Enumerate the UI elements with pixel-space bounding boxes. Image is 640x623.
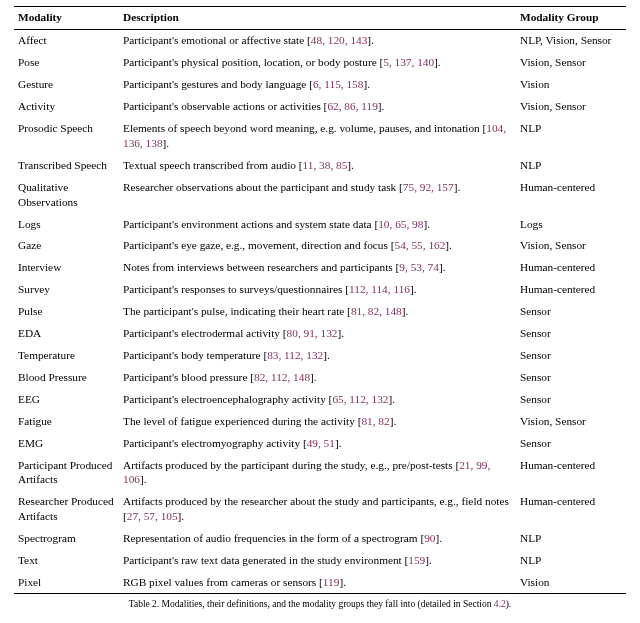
modalities-table: Modality Description Modality Group Affe… <box>14 6 626 594</box>
description-text-post: ]. <box>388 393 395 405</box>
citation-link[interactable]: 81, 82 <box>361 415 389 427</box>
citation-link[interactable]: 83, 112, 132 <box>267 349 323 361</box>
cell-modality: Pulse <box>14 301 119 323</box>
table-row: PixelRGB pixel values from cameras or se… <box>14 571 626 593</box>
citation-link[interactable]: 48, 120, 143 <box>311 34 367 46</box>
table-caption: Table 2. Modalities, their definitions, … <box>14 594 626 611</box>
citation-link[interactable]: 11, 38, 85 <box>303 159 348 171</box>
citation-link[interactable]: 81, 82, 148 <box>351 305 402 317</box>
description-text-post: ]. <box>323 349 330 361</box>
cell-group: Logs <box>516 213 626 235</box>
citation-link[interactable]: 62, 86, 119 <box>327 100 377 112</box>
description-text: RGB pixel values from cameras or sensors… <box>123 576 323 588</box>
description-text-post: ]. <box>445 239 452 251</box>
description-text: Artifacts produced by the participant du… <box>123 459 459 471</box>
cell-group: Vision, Sensor <box>516 410 626 432</box>
cell-group: NLP, Vision, Sensor <box>516 29 626 51</box>
cell-group: NLP <box>516 550 626 572</box>
cell-modality: Survey <box>14 279 119 301</box>
citation-link[interactable]: 49, 51 <box>307 437 335 449</box>
citation-link[interactable]: 159 <box>408 554 425 566</box>
citation-link[interactable]: 9, 53, 74 <box>399 261 439 273</box>
cell-group: Sensor <box>516 323 626 345</box>
description-text-post: ]. <box>454 181 461 193</box>
cell-description: Participant's physical position, locatio… <box>119 52 516 74</box>
citation-link[interactable]: 80, 91, 132 <box>287 327 338 339</box>
cell-group: Human-centered <box>516 257 626 279</box>
cell-group: Sensor <box>516 345 626 367</box>
cell-description: Textual speech transcribed from audio [1… <box>119 154 516 176</box>
description-text-post: ]. <box>178 510 185 522</box>
cell-description: Participant's responses to surveys/quest… <box>119 279 516 301</box>
cell-description: Notes from interviews between researcher… <box>119 257 516 279</box>
cell-group: Sensor <box>516 366 626 388</box>
cell-modality: Affect <box>14 29 119 51</box>
cell-group: Vision, Sensor <box>516 52 626 74</box>
table-body: AffectParticipant's emotional or affecti… <box>14 29 626 593</box>
cell-description: Artifacts produced by the participant du… <box>119 454 516 491</box>
description-text: Participant's responses to surveys/quest… <box>123 283 349 295</box>
caption-text-pre: Table 2. Modalities, their definitions, … <box>129 599 494 609</box>
cell-description: Participant's electromyography activity … <box>119 432 516 454</box>
cell-modality: Participant Produced Artifacts <box>14 454 119 491</box>
cell-description: Participant's raw text data generated in… <box>119 550 516 572</box>
citation-link[interactable]: 119 <box>323 576 340 588</box>
description-text-post: ]. <box>310 371 317 383</box>
table-row: AffectParticipant's emotional or affecti… <box>14 29 626 51</box>
description-text: The participant's pulse, indicating thei… <box>123 305 351 317</box>
cell-modality: Transcribed Speech <box>14 154 119 176</box>
citation-link[interactable]: 82, 112, 148 <box>254 371 310 383</box>
cell-description: The participant's pulse, indicating thei… <box>119 301 516 323</box>
cell-modality: Text <box>14 550 119 572</box>
cell-group: Vision <box>516 571 626 593</box>
cell-group: Human-centered <box>516 176 626 213</box>
description-text: Participant's gestures and body language… <box>123 78 313 90</box>
description-text: Participant's physical position, locatio… <box>123 56 383 68</box>
table-row: TemperatureParticipant's body temperatur… <box>14 345 626 367</box>
cell-group: Vision <box>516 74 626 96</box>
table-row: PoseParticipant's physical position, loc… <box>14 52 626 74</box>
table-row: EEGParticipant's electroencephalography … <box>14 388 626 410</box>
description-text: Participant's electromyography activity … <box>123 437 307 449</box>
description-text: Participant's electroencephalography act… <box>123 393 332 405</box>
description-text-post: ]. <box>439 261 446 273</box>
cell-modality: Spectrogram <box>14 528 119 550</box>
description-text-post: ]. <box>423 218 430 230</box>
description-text: The level of fatigue experienced during … <box>123 415 361 427</box>
description-text-post: ]. <box>337 327 344 339</box>
cell-group: Vision, Sensor <box>516 96 626 118</box>
cell-modality: EDA <box>14 323 119 345</box>
cell-modality: Fatigue <box>14 410 119 432</box>
cell-description: Participant's body temperature [83, 112,… <box>119 345 516 367</box>
citation-link[interactable]: 65, 112, 132 <box>332 393 388 405</box>
description-text: Notes from interviews between researcher… <box>123 261 399 273</box>
citation-link[interactable]: 112, 114, 116 <box>349 283 410 295</box>
description-text: Representation of audio frequencies in t… <box>123 532 424 544</box>
citation-link[interactable]: 54, 55, 162 <box>395 239 446 251</box>
description-text: Textual speech transcribed from audio [ <box>123 159 303 171</box>
cell-description: Researcher observations about the partic… <box>119 176 516 213</box>
cell-modality: EMG <box>14 432 119 454</box>
cell-description: Representation of audio frequencies in t… <box>119 528 516 550</box>
cell-modality: Pose <box>14 52 119 74</box>
citation-link[interactable]: 5, 137, 140 <box>383 56 434 68</box>
cell-group: Sensor <box>516 432 626 454</box>
citation-link[interactable]: 6, 115, 158 <box>313 78 363 90</box>
cell-modality: Prosodic Speech <box>14 118 119 155</box>
caption-section-link[interactable]: 4.2 <box>494 599 506 609</box>
citation-link[interactable]: 27, 57, 105 <box>127 510 178 522</box>
citation-link[interactable]: 75, 92, 157 <box>403 181 454 193</box>
cell-modality: Interview <box>14 257 119 279</box>
citation-link[interactable]: 10, 65, 98 <box>378 218 423 230</box>
cell-description: Participant's environment actions and sy… <box>119 213 516 235</box>
description-text-post: ]. <box>390 415 397 427</box>
cell-modality: Blood Pressure <box>14 366 119 388</box>
table-row: Blood PressureParticipant's blood pressu… <box>14 366 626 388</box>
citation-link[interactable]: 90 <box>424 532 435 544</box>
cell-description: Elements of speech beyond word meaning, … <box>119 118 516 155</box>
caption-text-post: ). <box>506 599 512 609</box>
description-text-post: ]. <box>435 532 442 544</box>
description-text: Participant's raw text data generated in… <box>123 554 408 566</box>
cell-group: NLP <box>516 118 626 155</box>
cell-modality: Temperature <box>14 345 119 367</box>
